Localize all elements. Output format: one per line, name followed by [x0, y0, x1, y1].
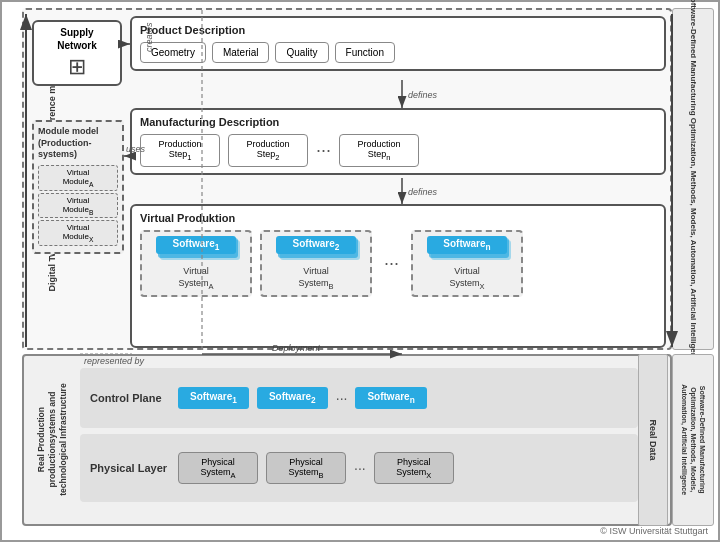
- virtual-module-x: VirtualModuleX: [38, 220, 118, 246]
- phys-sys-a: PhysicalSystemA: [178, 452, 258, 485]
- phys-dots: ···: [354, 460, 366, 476]
- product-description-items: Geometry Material Quality Function: [140, 42, 656, 63]
- prod-steps-dots: ···: [316, 140, 331, 161]
- cp-swn: Softwaren: [355, 387, 426, 409]
- supply-network-icon: ⊞: [40, 54, 114, 80]
- material-item: Material: [212, 42, 270, 63]
- virtual-module-a: VirtualModuleA: [38, 165, 118, 191]
- main-container: Digital Twin of production based on refe…: [0, 0, 720, 542]
- product-description-box: Product Description Geometry Material Qu…: [130, 16, 666, 71]
- manufacturing-description-title: Manufacturing Description: [140, 116, 656, 128]
- production-steps-row: ProductionStep1 ProductionStep2 ··· Prod…: [140, 134, 656, 167]
- rp-label: Real Productionproductionsystems andtech…: [24, 354, 80, 526]
- physical-layer-label: Physical Layer: [90, 462, 170, 474]
- virtual-systems-row: Software1 VirtualSystemA Software2 Virtu…: [140, 230, 656, 297]
- phys-sys-b: PhysicalSystemB: [266, 452, 346, 485]
- product-description-title: Product Description: [140, 24, 656, 36]
- phys-sys-x: PhysicalSystemX: [374, 452, 454, 485]
- manufacturing-description-box: Manufacturing Description ProductionStep…: [130, 108, 666, 175]
- footer: © ISW Universität Stuttgart: [600, 526, 708, 536]
- software-n-stack: Softwaren: [427, 236, 507, 262]
- geometry-item: Geometry: [140, 42, 206, 63]
- prod-step-2: ProductionStep2: [228, 134, 308, 167]
- virtual-production-title: Virtual Produktion: [140, 212, 656, 224]
- virtual-system-a: Software1 VirtualSystemA: [140, 230, 252, 297]
- software-2-badge: Software2: [276, 236, 356, 254]
- software-n-badge: Softwaren: [427, 236, 507, 254]
- software-1-stack: Software1: [156, 236, 236, 262]
- cp-sw1: Software1: [178, 387, 249, 409]
- sdm-label: Software-Defined ManufacturingOptimizati…: [672, 354, 714, 526]
- real-data-label: Real Data: [638, 354, 668, 526]
- virtual-system-b: Software2 VirtualSystemB: [260, 230, 372, 297]
- quality-item: Quality: [275, 42, 328, 63]
- cp-sw2: Software2: [257, 387, 328, 409]
- control-plane-label: Control Plane: [90, 392, 170, 404]
- virtual-production-box: Virtual Produktion Software1 VirtualSyst…: [130, 204, 666, 348]
- supply-network-label: Supply Network: [40, 26, 114, 52]
- software-2-stack: Software2: [276, 236, 356, 262]
- physical-layer-row: Physical Layer PhysicalSystemA PhysicalS…: [80, 434, 638, 502]
- module-model-box: Module model(Production-systems) Virtual…: [32, 120, 124, 254]
- prod-step-n: ProductionStepn: [339, 134, 419, 167]
- vs-dots: ···: [380, 253, 403, 274]
- vs-a-label: VirtualSystemA: [146, 266, 246, 291]
- module-model-title: Module model(Production-systems): [38, 126, 118, 161]
- cp-dots: ···: [336, 390, 348, 406]
- vs-x-label: VirtualSystemX: [417, 266, 517, 291]
- software-1-badge: Software1: [156, 236, 236, 254]
- simulation-data-label: Software-Defined Manufacturing Optimizat…: [672, 8, 714, 350]
- virtual-module-b: VirtualModuleB: [38, 193, 118, 219]
- vs-b-label: VirtualSystemB: [266, 266, 366, 291]
- prod-step-1: ProductionStep1: [140, 134, 220, 167]
- virtual-system-x: Softwaren VirtualSystemX: [411, 230, 523, 297]
- supply-network-box: Supply Network ⊞: [32, 20, 122, 86]
- control-plane-row: Control Plane Software1 Software2 ··· So…: [80, 368, 638, 428]
- function-item: Function: [335, 42, 395, 63]
